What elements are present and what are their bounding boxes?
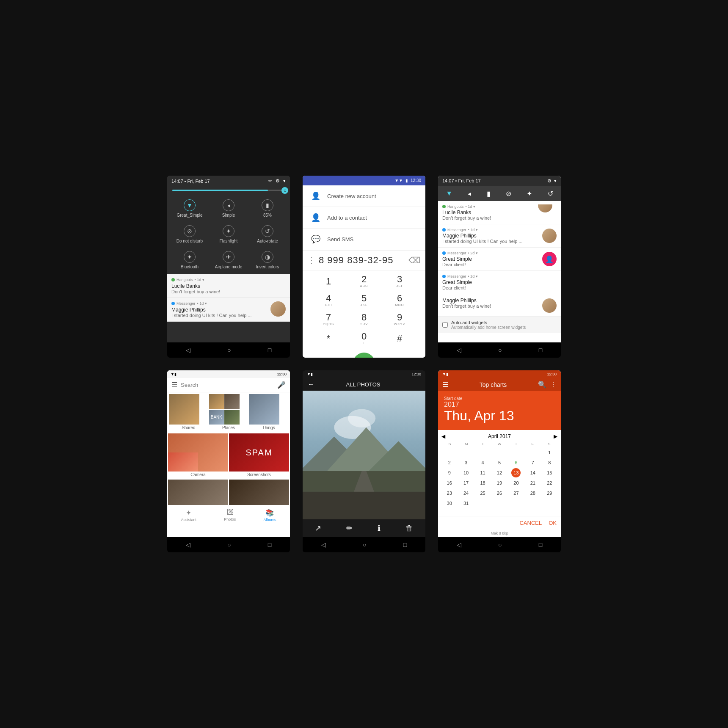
cal-day-31[interactable]: 31 bbox=[461, 499, 471, 508]
tile-bluetooth[interactable]: ✦ Bluetooth bbox=[171, 248, 209, 273]
tab-assistant[interactable]: ✦ Assistant bbox=[181, 509, 197, 522]
back-button-3[interactable]: ◁ bbox=[457, 347, 461, 353]
cal-day-23[interactable]: 23 bbox=[445, 488, 454, 498]
key-6[interactable]: 6MNO bbox=[382, 291, 417, 309]
add-contact-item[interactable]: 👤 Add to a contact bbox=[303, 207, 425, 229]
key-9[interactable]: 9WXYZ bbox=[382, 310, 417, 328]
cal-day-5[interactable]: 5 bbox=[495, 458, 504, 467]
tile-flashlight[interactable]: ✦ Flashlight bbox=[210, 222, 248, 247]
key-star[interactable]: * bbox=[311, 329, 346, 347]
back-button-6[interactable]: ◁ bbox=[457, 541, 461, 548]
cal-day-9[interactable]: 9 bbox=[445, 468, 454, 477]
cal-day-15[interactable]: 15 bbox=[545, 468, 554, 477]
cal-day-16[interactable]: 16 bbox=[445, 478, 454, 488]
cal-day-21[interactable]: 21 bbox=[528, 478, 538, 488]
key-3[interactable]: 3DEF bbox=[382, 272, 417, 290]
back-button-4[interactable]: ◁ bbox=[186, 541, 190, 548]
recents-button-5[interactable]: □ bbox=[403, 541, 407, 548]
strip-dnd-icon[interactable]: ⊘ bbox=[506, 190, 511, 198]
cal-day-30[interactable]: 30 bbox=[445, 499, 454, 508]
delete-icon[interactable]: 🗑 bbox=[405, 524, 413, 533]
backspace-icon[interactable]: ⌫ bbox=[408, 255, 420, 265]
cal-day-27[interactable]: 27 bbox=[511, 488, 521, 498]
tile-battery[interactable]: ▮ 85% bbox=[248, 196, 287, 221]
recents-button-6[interactable]: □ bbox=[539, 541, 542, 548]
home-button[interactable]: ○ bbox=[227, 347, 231, 353]
album-thumb-things[interactable]: Things bbox=[249, 394, 288, 431]
brightness-bar[interactable]: ⊙ bbox=[172, 190, 285, 191]
key-7[interactable]: 7PQRS bbox=[311, 310, 346, 328]
album-camera[interactable]: Camera bbox=[168, 433, 228, 478]
cal-day-12[interactable]: 12 bbox=[495, 468, 504, 477]
search-input[interactable] bbox=[181, 382, 274, 388]
album-thumb-extra1[interactable] bbox=[168, 480, 228, 505]
back-button-5[interactable]: ◁ bbox=[321, 541, 326, 548]
cancel-button[interactable]: CANCEL bbox=[519, 520, 542, 526]
send-sms-item[interactable]: 💬 Send SMS bbox=[303, 229, 425, 250]
home-button-3[interactable]: ○ bbox=[498, 347, 502, 353]
back-button[interactable]: ◁ bbox=[186, 347, 190, 353]
cal-day-18[interactable]: 18 bbox=[478, 478, 488, 488]
cal-day-20[interactable]: 20 bbox=[511, 478, 521, 488]
cal-day-19[interactable]: 19 bbox=[495, 478, 504, 488]
gear-icon[interactable]: ⚙ bbox=[276, 178, 280, 184]
tab-photos[interactable]: 🖼 Photos bbox=[224, 509, 236, 522]
edit-icon[interactable]: ✏ bbox=[268, 178, 272, 184]
cal-day-26[interactable]: 26 bbox=[495, 488, 504, 498]
back-arrow-icon[interactable]: ← bbox=[308, 381, 314, 388]
key-4[interactable]: 4GHI bbox=[311, 291, 346, 309]
key-2[interactable]: 2ABC bbox=[347, 272, 381, 290]
cal-day-10[interactable]: 10 bbox=[461, 468, 471, 477]
cal-day-24[interactable]: 24 bbox=[461, 488, 471, 498]
home-button-6[interactable]: ○ bbox=[498, 541, 502, 548]
key-hash[interactable]: # bbox=[382, 329, 417, 347]
album-thumb-extra2[interactable] bbox=[229, 480, 289, 505]
cal-day-28[interactable]: 28 bbox=[528, 488, 538, 498]
album-screenshots[interactable]: SPAM Screenshots bbox=[229, 433, 289, 478]
next-month-button[interactable]: ▶ bbox=[554, 433, 557, 439]
tile-autorotate[interactable]: ↺ Auto-rotate bbox=[248, 222, 287, 247]
home-button-5[interactable]: ○ bbox=[363, 541, 366, 548]
info-icon[interactable]: ℹ bbox=[378, 524, 381, 533]
cal-day-2[interactable]: 2 bbox=[445, 458, 454, 467]
key-5[interactable]: 5JKL bbox=[347, 291, 381, 309]
expand-icon[interactable]: ▾ bbox=[283, 178, 286, 184]
share-icon[interactable]: ↗ bbox=[315, 524, 321, 533]
album-thumb-places[interactable]: BANK Places bbox=[209, 394, 248, 431]
tile-invert[interactable]: ◑ Invert colors bbox=[248, 248, 287, 273]
create-account-item[interactable]: 👤 Create new account bbox=[303, 185, 425, 207]
key-0[interactable]: 0+ bbox=[347, 329, 381, 347]
recents-button-4[interactable]: □ bbox=[268, 541, 271, 548]
dialer-options-icon[interactable]: ⋮ bbox=[308, 256, 315, 265]
cal-day-4[interactable]: 4 bbox=[478, 458, 488, 467]
hamburger-icon-cal[interactable]: ☰ bbox=[442, 381, 448, 389]
cal-day-8[interactable]: 8 bbox=[545, 458, 554, 467]
auto-add-checkbox[interactable] bbox=[442, 322, 448, 328]
ok-button[interactable]: OK bbox=[549, 520, 557, 526]
tile-signal[interactable]: ◂ Simple bbox=[210, 196, 248, 221]
hamburger-icon[interactable]: ☰ bbox=[171, 381, 177, 389]
strip-battery-icon[interactable]: ▮ bbox=[487, 190, 491, 198]
search-icon-cal[interactable]: 🔍 bbox=[538, 381, 546, 389]
strip-flash-icon[interactable]: ✦ bbox=[527, 190, 532, 198]
cal-day-7[interactable]: 7 bbox=[528, 458, 538, 467]
cal-day-29[interactable]: 29 bbox=[545, 488, 554, 498]
key-1[interactable]: 1 bbox=[311, 272, 346, 290]
tile-airplane[interactable]: ✈ Airplane mode bbox=[210, 248, 248, 273]
cal-day-6[interactable]: 6 bbox=[511, 458, 521, 467]
notif-expand-icon[interactable]: ▾ bbox=[554, 178, 557, 184]
mic-icon[interactable]: 🎤 bbox=[277, 381, 286, 389]
cal-day-17[interactable]: 17 bbox=[461, 478, 471, 488]
notif-gear-icon[interactable]: ⚙ bbox=[547, 178, 552, 184]
strip-rotate-icon[interactable]: ↺ bbox=[548, 190, 553, 198]
cal-day-22[interactable]: 22 bbox=[545, 478, 554, 488]
call-button[interactable]: 📞 bbox=[353, 353, 375, 358]
strip-signal-icon[interactable]: ◂ bbox=[468, 190, 471, 198]
recents-button[interactable]: □ bbox=[268, 347, 271, 353]
home-button-4[interactable]: ○ bbox=[227, 541, 231, 548]
cal-day-1[interactable]: 1 bbox=[545, 448, 554, 457]
tile-dnd[interactable]: ⊘ Do not disturb bbox=[171, 222, 209, 247]
key-8[interactable]: 8TUV bbox=[347, 310, 381, 328]
cal-day-14[interactable]: 14 bbox=[528, 468, 538, 477]
recents-button-3[interactable]: □ bbox=[539, 347, 542, 353]
